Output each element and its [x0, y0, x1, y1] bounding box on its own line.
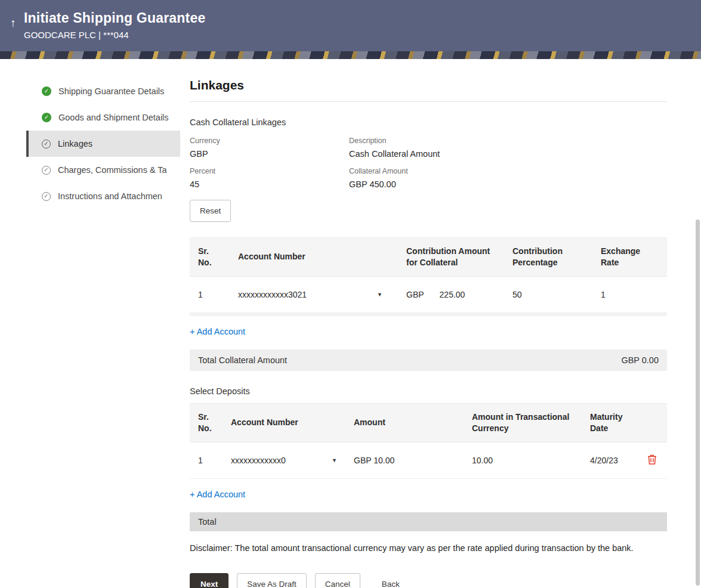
page-header-subtitle: GOODCARE PLC | ***044	[24, 30, 677, 40]
check-circle-icon: ✓	[42, 86, 51, 96]
sidebar-item-goods-and-shipment-details[interactable]: ✓ Goods and Shipment Details	[26, 104, 180, 131]
check-circle-icon: ✓	[42, 113, 51, 122]
cash-collateral-fields: Currency GBP Description Cash Collateral…	[190, 137, 667, 189]
exchange-rate-value: 1	[592, 277, 667, 312]
contribution-percentage-input[interactable]: 50	[504, 277, 592, 312]
description-field: Description Cash Collateral Amount	[349, 137, 667, 159]
reset-button[interactable]: Reset	[190, 200, 231, 222]
description-label: Description	[349, 137, 667, 145]
table-row: 1 xxxxxxxxxxxx0 ▼ GBP 10.00 10.00 4/20/2…	[190, 442, 667, 479]
sr-no-value: 1	[190, 444, 223, 476]
column-header-actions	[638, 415, 667, 431]
deposit-account-dropdown[interactable]: xxxxxxxxxxxx0 ▼	[223, 444, 345, 476]
page-header-title: Initiate Shipping Guarantee	[24, 10, 677, 26]
deposit-amount-txn-value: 10.00	[464, 444, 582, 476]
contribution-amount-input[interactable]: 225.00	[440, 290, 465, 299]
check-outline-icon: ✓	[42, 140, 51, 148]
total-collateral-bar: Total Collateral Amount GBP 0.00	[190, 349, 667, 371]
currency-value: GBP	[190, 149, 349, 159]
add-deposit-account-link[interactable]: + Add Account	[190, 490, 245, 499]
column-header-amount: Amount	[345, 409, 464, 436]
account-number-dropdown[interactable]: xxxxxxxxxxxx3021 ▼	[230, 277, 398, 312]
sidebar-item-label: Instructions and Attachmen	[58, 191, 162, 201]
contribution-amount-cell: GBP 225.00	[398, 277, 504, 312]
currency-code: GBP	[406, 290, 424, 299]
chevron-down-icon: ▼	[377, 292, 382, 298]
cash-collateral-section-title: Cash Collateral Linkages	[190, 117, 667, 127]
collateral-accounts-table: Sr. No. Account Number Contribution Amou…	[190, 237, 667, 316]
delete-icon[interactable]	[647, 454, 657, 465]
total-collateral-value: GBP 0.00	[621, 355, 659, 365]
page-title: Linkages	[190, 78, 667, 102]
sidebar-item-instructions-attachments[interactable]: ✓ Instructions and Attachmen	[26, 183, 180, 209]
back-button[interactable]: Back	[378, 574, 403, 588]
table-header-row: Sr. No. Account Number Contribution Amou…	[190, 237, 667, 277]
linkages-panel: Linkages Cash Collateral Linkages Curren…	[190, 78, 667, 588]
maturity-date-value: 4/20/23	[582, 444, 638, 476]
column-header-maturity-date: Maturity Date	[582, 404, 638, 442]
next-button[interactable]: Next	[190, 573, 228, 588]
sidebar-item-label: Charges, Commissions & Ta	[58, 165, 167, 175]
save-as-draft-button[interactable]: Save As Draft	[237, 573, 307, 588]
disclaimer-text: Disclaimer: The total amount transaction…	[190, 543, 667, 553]
description-value: Cash Collateral Amount	[349, 149, 667, 159]
table-footer-strip	[190, 313, 667, 316]
sidebar-item-linkages[interactable]: ✓ Linkages	[26, 131, 180, 157]
row-actions	[638, 442, 667, 478]
sidebar-item-shipping-guarantee-details[interactable]: ✓ Shipping Guarantee Details	[26, 78, 180, 104]
column-header-contribution-percentage: Contribution Percentage	[504, 238, 592, 276]
currency-field: Currency GBP	[190, 137, 349, 159]
column-header-exchange-rate: Exchange Rate	[592, 238, 667, 276]
column-header-sr-no: Sr. No.	[190, 238, 230, 276]
cancel-button[interactable]: Cancel	[315, 573, 360, 588]
app-header: ↑ Initiate Shipping Guarantee GOODCARE P…	[0, 0, 701, 51]
form-actions: Next Save As Draft Cancel Back	[190, 573, 667, 588]
sidebar-item-label: Linkages	[58, 139, 92, 148]
deposit-account-value: xxxxxxxxxxxx0	[231, 456, 286, 465]
sidebar-item-charges-commissions-taxes[interactable]: ✓ Charges, Commissions & Ta	[26, 157, 180, 183]
wizard-steps: ✓ Shipping Guarantee Details ✓ Goods and…	[26, 78, 180, 588]
check-outline-icon: ✓	[42, 192, 51, 201]
column-header-account-number: Account Number	[230, 243, 398, 270]
deposit-amount-value: GBP 10.00	[345, 444, 464, 476]
deposits-total-label: Total	[198, 517, 217, 527]
add-account-link[interactable]: + Add Account	[190, 327, 245, 336]
collateral-amount-field: Collateral Amount GBP 450.00	[349, 167, 667, 189]
total-collateral-label: Total Collateral Amount	[198, 355, 287, 365]
table-header-row: Sr. No. Account Number Amount Amount in …	[190, 403, 667, 442]
column-header-amount-transactional: Amount in Transactional Currency	[464, 404, 582, 442]
percent-field: Percent 45	[190, 167, 349, 189]
sidebar-item-label: Goods and Shipment Details	[58, 113, 169, 122]
sr-no-value: 1	[190, 277, 230, 312]
collateral-amount-label: Collateral Amount	[349, 167, 667, 175]
column-header-sr-no: Sr. No.	[190, 404, 223, 442]
percent-label: Percent	[190, 167, 349, 175]
currency-label: Currency	[190, 137, 349, 145]
sidebar-item-label: Shipping Guarantee Details	[58, 86, 164, 96]
column-header-account-number: Account Number	[223, 409, 345, 436]
collateral-amount-value: GBP 450.00	[349, 180, 667, 189]
column-header-contribution-amount: Contribution Amount for Collateral	[398, 238, 504, 276]
check-outline-icon: ✓	[42, 166, 51, 175]
deposits-total-bar: Total	[190, 512, 667, 531]
account-number-value: xxxxxxxxxxxx3021	[238, 290, 307, 299]
percent-value: 45	[190, 180, 349, 189]
vertical-scrollbar-thumb[interactable]	[696, 219, 700, 586]
decorative-banner	[0, 51, 701, 59]
select-deposits-section-title: Select Deposits	[190, 386, 667, 396]
deposits-table: Sr. No. Account Number Amount Amount in …	[190, 403, 667, 479]
scroll-top-arrow-icon[interactable]: ↑	[6, 17, 20, 30]
chevron-down-icon: ▼	[332, 457, 337, 463]
table-row: 1 xxxxxxxxxxxx3021 ▼ GBP 225.00 50 1	[190, 277, 667, 313]
